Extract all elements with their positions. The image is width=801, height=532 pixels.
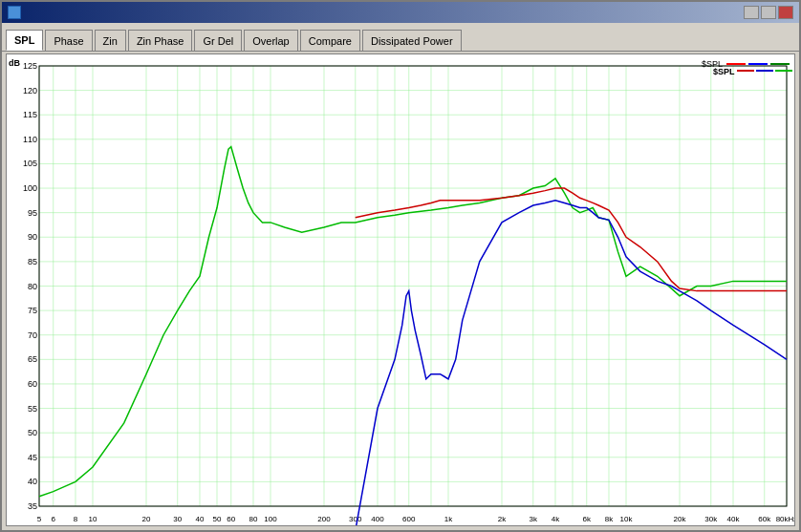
tab-zin-phase[interactable]: Zin Phase <box>128 30 193 51</box>
legend-line-green <box>770 63 790 65</box>
maximize-button[interactable] <box>761 6 776 19</box>
legend-line-red <box>726 63 746 65</box>
legend-item-spl: $SPL <box>702 59 790 69</box>
legend-label: $SPL <box>702 59 723 69</box>
chart-canvas <box>7 54 794 525</box>
tab-spl[interactable]: SPL <box>6 30 43 51</box>
tab-overlap[interactable]: Overlap <box>244 30 298 51</box>
tab-compare[interactable]: Compare <box>300 30 360 51</box>
close-button[interactable] <box>778 6 793 19</box>
tab-phase[interactable]: Phase <box>45 30 92 51</box>
window-controls <box>744 6 793 19</box>
title-bar <box>2 2 799 23</box>
main-window: SPL Phase Zin Zin Phase Gr Del Overlap C… <box>0 0 801 532</box>
minimize-button[interactable] <box>744 6 759 19</box>
tab-dissipated-power[interactable]: Dissipated Power <box>362 30 462 51</box>
tab-bar: SPL Phase Zin Zin Phase Gr Del Overlap C… <box>2 23 799 52</box>
chart-area: $SPL <box>6 53 795 526</box>
app-icon <box>8 6 21 19</box>
tab-gr-del[interactable]: Gr Del <box>194 30 242 51</box>
title-bar-left <box>8 6 25 19</box>
legend-line-blue <box>748 63 768 65</box>
tab-zin[interactable]: Zin <box>95 30 126 51</box>
chart-legend: $SPL <box>702 59 790 69</box>
